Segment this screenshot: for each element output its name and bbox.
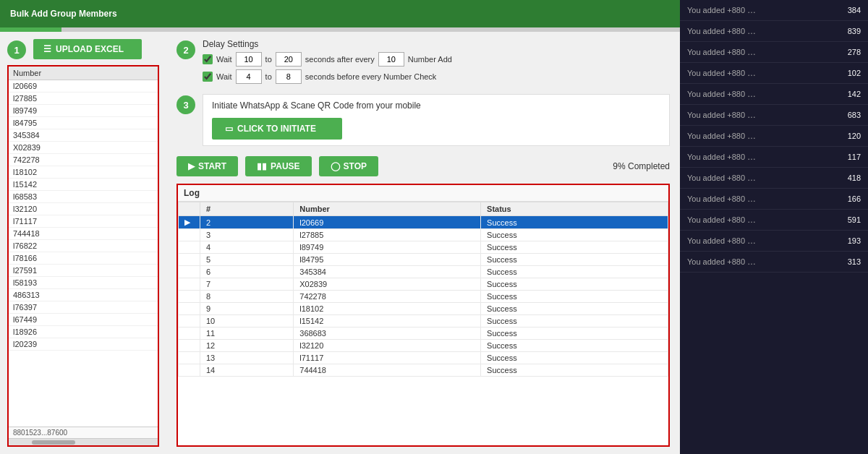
page-title: Bulk Add Group Members	[10, 9, 117, 19]
chat-prefix: You added +880 …	[687, 194, 843, 204]
delay-row2-checkbox[interactable]	[203, 72, 213, 82]
number-cell: l84795	[9, 117, 158, 129]
initiate-button[interactable]: ▭ CLICK TO INITIATE	[212, 118, 342, 140]
list-item: l27591	[9, 265, 158, 277]
log-id-cell: 8	[200, 291, 294, 303]
log-number-cell: 742278	[294, 291, 481, 303]
log-col-id: #	[200, 202, 294, 216]
log-number-cell: l20669	[294, 216, 481, 229]
log-status-cell: Success	[481, 266, 668, 278]
number-list-container: Number l20669l27885l89749l84795345384X02…	[7, 65, 159, 447]
chat-prefix: You added +880 …	[687, 26, 843, 36]
stop-button[interactable]: ◯ STOP	[319, 156, 378, 176]
arrow-cell	[179, 278, 200, 291]
list-item: l89749	[9, 105, 158, 117]
log-id-cell: 13	[200, 352, 294, 364]
list-item: l84795	[9, 117, 158, 129]
log-table-body: ▶2l20669Success3l27885Success4l89749Succ…	[179, 216, 668, 377]
arrow-cell	[179, 241, 200, 254]
number-list-body[interactable]: l20669l27885l89749l84795345384X028397422…	[9, 80, 158, 427]
chat-item: You added +880 …102	[680, 63, 868, 84]
start-label: START	[198, 161, 226, 171]
delay-every1[interactable]: 10	[378, 52, 404, 67]
table-row: 6345384Success	[179, 266, 668, 278]
chat-item: You added +880 …839	[680, 21, 868, 42]
log-id-cell: 3	[200, 229, 294, 241]
chat-prefix: You added +880 …	[687, 236, 843, 246]
chat-suffix: 683	[848, 111, 861, 119]
chat-prefix: You added +880 …	[687, 257, 843, 267]
step3-content: Initiate WhatsApp & Scane QR Code from y…	[203, 94, 670, 146]
main-panel: Bulk Add Group Members 1 ☰ UPLOAD EXCEL …	[0, 0, 680, 454]
number-cell: l27591	[9, 265, 158, 277]
chat-item: You added +880 …683	[680, 105, 868, 126]
chat-suffix: 384	[848, 6, 861, 14]
number-cell: 744418	[9, 228, 158, 240]
chat-suffix: 591	[848, 215, 861, 224]
delay-from1[interactable]: 10	[236, 52, 262, 67]
delay-settings-label: Delay Settings	[203, 39, 670, 49]
delay-to1[interactable]: 20	[276, 52, 302, 67]
number-cell: l18102	[9, 166, 158, 179]
step2-circle: 2	[176, 40, 195, 59]
chat-item: You added +880 …313	[680, 252, 868, 273]
list-item: l20239	[9, 338, 158, 351]
log-id-cell: 5	[200, 254, 294, 266]
list-item: 486313	[9, 289, 158, 301]
table-row: 11368683Success	[179, 327, 668, 340]
log-id-cell: 4	[200, 241, 294, 254]
log-status-cell: Success	[481, 241, 668, 254]
step2-section: 2 Delay Settings Wait 10 to 20 seconds a…	[176, 39, 670, 87]
number-list-footer: 8801523...87600	[9, 427, 158, 438]
start-button[interactable]: ▶ START	[176, 156, 238, 176]
list-item: l20669	[9, 80, 158, 93]
log-number-cell: l32120	[294, 340, 481, 352]
chat-item: You added +880 …120	[680, 126, 868, 147]
right-main: 2 Delay Settings Wait 10 to 20 seconds a…	[166, 32, 680, 454]
table-row: 10l15142Success	[179, 315, 668, 327]
pause-icon: ▮▮	[257, 161, 267, 171]
chat-item: You added +880 …117	[680, 147, 868, 168]
upload-excel-button[interactable]: ☰ UPLOAD EXCEL	[33, 39, 142, 59]
chat-item: You added +880 …166	[680, 189, 868, 210]
delay-to2[interactable]: 8	[276, 69, 302, 84]
initiate-section: Initiate WhatsApp & Scane QR Code from y…	[203, 94, 670, 146]
number-cell: 486313	[9, 289, 158, 301]
chat-item: You added +880 …384	[680, 0, 868, 21]
log-table-wrap[interactable]: # Number Status ▶2l20669Success3l27885Su…	[178, 202, 668, 445]
arrow-cell	[179, 364, 200, 377]
number-cell: l76822	[9, 240, 158, 252]
arrow-cell	[179, 352, 200, 364]
list-item: l67449	[9, 314, 158, 326]
pause-button[interactable]: ▮▮ PAUSE	[245, 156, 311, 176]
chat-suffix: 117	[848, 153, 861, 161]
log-id-cell: 14	[200, 364, 294, 377]
list-item: 744418	[9, 228, 158, 240]
number-cell: l58193	[9, 277, 158, 289]
horizontal-scrollbar[interactable]	[9, 438, 158, 445]
chat-prefix: You added +880 …	[687, 110, 843, 120]
log-id-cell: 6	[200, 266, 294, 278]
delay-row1-checkbox[interactable]	[203, 54, 213, 64]
number-cell: l76397	[9, 301, 158, 314]
step3-section: 3 Initiate WhatsApp & Scane QR Code from…	[176, 94, 670, 146]
chat-prefix: You added +880 …	[687, 68, 843, 78]
list-item: l71117	[9, 215, 158, 228]
log-status-cell: Success	[481, 364, 668, 377]
arrow-cell	[179, 327, 200, 340]
delay-from2[interactable]: 4	[236, 69, 262, 84]
log-status-cell: Success	[481, 352, 668, 364]
arrow-cell	[179, 315, 200, 327]
chat-suffix: 120	[848, 132, 861, 140]
table-row: 12l32120Success	[179, 340, 668, 352]
log-id-cell: 11	[200, 327, 294, 340]
log-id-cell: 12	[200, 340, 294, 352]
list-item: 345384	[9, 129, 158, 142]
list-item: l18102	[9, 166, 158, 179]
log-id-cell: 9	[200, 303, 294, 315]
number-cell: l20239	[9, 338, 158, 351]
number-cell: l67449	[9, 314, 158, 326]
list-item: l76822	[9, 240, 158, 252]
log-status-cell: Success	[481, 291, 668, 303]
table-row: 3l27885Success	[179, 229, 668, 241]
